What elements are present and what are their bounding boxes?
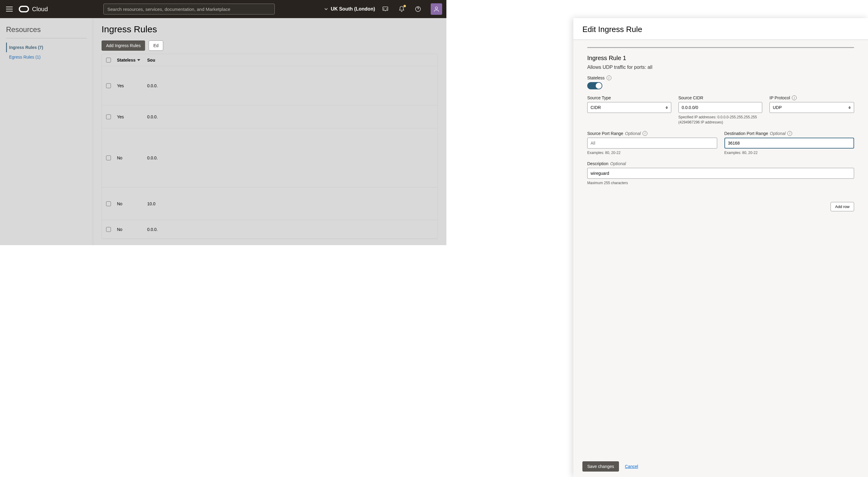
help-icon[interactable]: [414, 5, 422, 13]
row-checkbox[interactable]: [106, 83, 111, 88]
svg-rect-0: [383, 7, 388, 10]
table-row[interactable]: No 10.0: [102, 188, 438, 220]
dev-tools-icon[interactable]: [382, 5, 389, 13]
row-checkbox[interactable]: [106, 156, 111, 160]
region-selector[interactable]: UK South (London): [323, 6, 375, 12]
row-checkbox[interactable]: [106, 201, 111, 206]
table-row[interactable]: Yes 0.0.0.: [102, 66, 438, 105]
table-row[interactable]: Yes 0.0.0.: [102, 105, 438, 128]
table-header-row: Stateless Sou: [102, 54, 438, 66]
rules-table: Stateless Sou Yes 0.0.0. Yes 0.0.0. No 0…: [101, 54, 438, 239]
sort-caret-icon: [137, 59, 140, 61]
search-input[interactable]: [103, 4, 275, 14]
search-wrap: [103, 4, 275, 14]
row-checkbox[interactable]: [106, 114, 111, 119]
main-layout: Resources Ingress Rules (7) Egress Rules…: [0, 18, 446, 245]
page-title: Ingress Rules: [101, 24, 438, 34]
brand-logo[interactable]: Cloud: [19, 6, 48, 13]
select-all-checkbox[interactable]: [106, 58, 111, 63]
table-row[interactable]: No 0.0.0.: [102, 128, 438, 188]
topbar: Cloud UK South (London): [0, 0, 446, 18]
col-header-stateless[interactable]: Stateless: [117, 58, 147, 63]
col-header-source[interactable]: Sou: [147, 58, 433, 63]
table-row[interactable]: No 0.0.0.: [102, 220, 438, 239]
edit-button-truncated[interactable]: Ed: [149, 40, 163, 51]
user-avatar[interactable]: [431, 3, 442, 15]
svg-point-2: [435, 7, 437, 9]
row-checkbox[interactable]: [106, 227, 111, 232]
content-area: Ingress Rules Add Ingress Rules Ed State…: [93, 18, 446, 245]
menu-toggle[interactable]: [4, 4, 14, 14]
oracle-logo-icon: [19, 6, 29, 12]
region-label: UK South (London): [331, 6, 375, 12]
notifications-icon[interactable]: [398, 5, 405, 13]
notification-dot: [403, 5, 406, 7]
add-ingress-rules-button[interactable]: Add Ingress Rules: [101, 40, 145, 51]
brand-text: Cloud: [32, 6, 48, 13]
